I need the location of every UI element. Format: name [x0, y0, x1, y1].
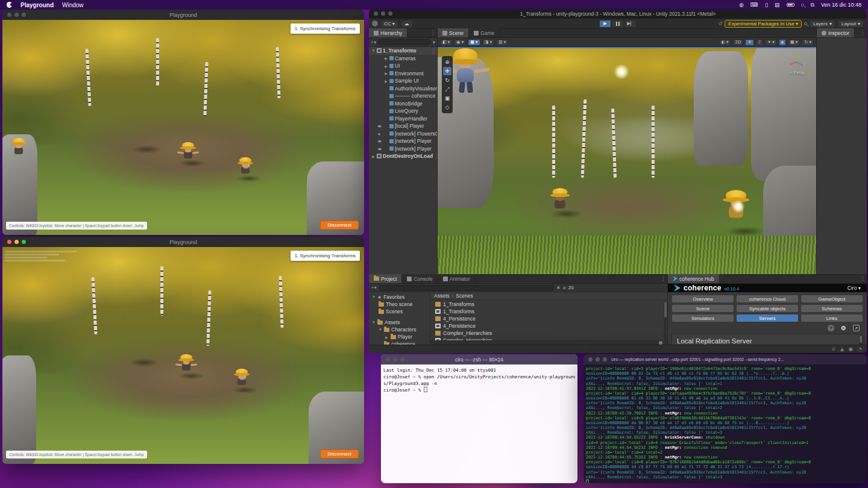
- panel-menu-icon[interactable]: ⋮: [860, 30, 865, 36]
- breadcrumb-assets[interactable]: Assets: [434, 293, 450, 299]
- hidden-objects-icon[interactable]: ⌀: [779, 39, 786, 46]
- step-button[interactable]: ▶▏: [624, 20, 637, 28]
- panel-menu-icon[interactable]: ⋮: [661, 276, 665, 281]
- keyboard-icon[interactable]: ⌨: [750, 2, 758, 8]
- hub-button[interactable]: Schemas: [801, 305, 863, 312]
- zoom-button[interactable]: [22, 240, 26, 244]
- hierarchy-row[interactable]: ◀▶ [network] Player: [369, 145, 437, 153]
- apple-menu-icon[interactable]: [7, 2, 12, 8]
- pause-button[interactable]: [612, 20, 624, 28]
- transform-tool-icon[interactable]: ◇: [443, 103, 451, 111]
- account-avatar-icon[interactable]: [372, 20, 378, 27]
- hierarchy-row[interactable]: PlayerHandler: [369, 115, 437, 123]
- hierarchy-row[interactable]: MonoBridge: [369, 100, 437, 108]
- unity-title-bar[interactable]: 1_Transforms - unity-playground-3 - Wind…: [369, 8, 867, 19]
- hierarchy-row-dontdestroy[interactable]: ▶ DontDestroyOnLoad ⋮: [369, 152, 437, 160]
- tab-animator[interactable]: Animator: [438, 274, 476, 283]
- zoom-button[interactable]: [400, 357, 404, 361]
- grid-dropdown[interactable]: ▦ ▾: [788, 39, 800, 46]
- project-search-input[interactable]: [379, 285, 554, 291]
- folder-row[interactable]: ▶ Player: [369, 333, 430, 340]
- favorite-item[interactable]: Theo scene: [369, 301, 430, 308]
- hierarchy-row[interactable]: ▶ UI: [369, 62, 437, 70]
- favorites-filter-icon[interactable]: ★: [556, 285, 561, 290]
- menu-app-name[interactable]: Playground: [20, 2, 54, 8]
- tab-console[interactable]: Console: [402, 274, 438, 283]
- account-dropdown[interactable]: Ciro ▾: [848, 285, 861, 291]
- hub-button[interactable]: Syncable objects: [737, 305, 798, 312]
- scene-viewport[interactable]: ⊕ ✚ ↻ ⤢ ▣ ◇ < Persp: [438, 47, 816, 274]
- menu-clock[interactable]: Ven 16 dic 10:48: [821, 2, 861, 8]
- help-icon[interactable]: ?: [828, 325, 834, 331]
- row-menu-icon[interactable]: ⋮: [431, 48, 438, 54]
- hierarchy-row[interactable]: AuthorityVisualiser: [369, 85, 437, 93]
- minimize-button[interactable]: [393, 357, 397, 361]
- folder-row[interactable]: coherence: [369, 340, 430, 345]
- file-row[interactable]: 4_Persistence: [435, 315, 667, 322]
- window-title-bar[interactable]: Playground: [2, 237, 364, 247]
- control-center-icon[interactable]: ⧉: [811, 2, 814, 8]
- play-button[interactable]: ▶: [599, 20, 611, 28]
- rect-tool-icon[interactable]: ▣: [443, 94, 451, 102]
- minimize-button[interactable]: [14, 13, 19, 17]
- files-scrollbar[interactable]: [664, 301, 667, 340]
- console-error-icon[interactable]: ⊘: [831, 346, 835, 352]
- close-button[interactable]: [7, 13, 11, 17]
- metrics-dropdown[interactable]: ▥ ▾: [496, 39, 508, 46]
- move-tool-icon[interactable]: ✚: [443, 67, 451, 75]
- zoom-button[interactable]: [388, 11, 392, 16]
- rotate-tool-icon[interactable]: ↻: [443, 76, 451, 84]
- tab-game[interactable]: Game: [469, 28, 500, 37]
- hierarchy-row-scene[interactable]: ▼ 1_Transforms ⋮: [369, 47, 437, 55]
- hub-button[interactable]: GameObject: [801, 295, 863, 302]
- minimize-button[interactable]: [14, 240, 19, 244]
- experimental-packages-dropdown[interactable]: Experimental Packages In Use ▾: [725, 20, 802, 28]
- hierarchy-row[interactable]: ◀▶ [local] Player: [369, 122, 437, 130]
- bluetooth-icon[interactable]: ▯: [765, 2, 768, 8]
- favorites-header[interactable]: ▼★ Favorites: [369, 293, 430, 301]
- hidden-count-icon[interactable]: ⌀: [563, 285, 566, 290]
- component-dropdown[interactable]: ↻ ▾: [802, 39, 814, 46]
- favorite-item[interactable]: Scenes: [369, 308, 430, 315]
- hub-button[interactable]: Scene: [672, 305, 734, 312]
- row-menu-icon[interactable]: ⋮: [434, 153, 437, 159]
- window-title-bar[interactable]: Playground: [2, 10, 364, 20]
- persp-label[interactable]: < Persp: [787, 70, 808, 75]
- minimize-button[interactable]: [381, 11, 385, 16]
- tab-inspector[interactable]: Inspector: [817, 28, 855, 37]
- terminal-content[interactable]: project-id='local' cid=3 playerID='198be…: [583, 364, 867, 483]
- tab-project[interactable]: Project: [369, 274, 402, 283]
- spotlight-search-icon[interactable]: [801, 2, 804, 8]
- display-icon[interactable]: ◍: [739, 2, 744, 8]
- tab-scene[interactable]: Scene: [438, 28, 469, 37]
- render-mode-dropdown[interactable]: ◐ ▾: [719, 39, 731, 46]
- account-dropdown[interactable]: CC ▾: [380, 20, 398, 28]
- hierarchy-row[interactable]: LiveQuery: [369, 107, 437, 115]
- hierarchy-row[interactable]: ◀ [network] FlowersCo: [369, 130, 437, 138]
- effects-dropdown[interactable]: ✦ ▾: [765, 39, 777, 46]
- hierarchy-row[interactable]: ▶ Cameras: [369, 55, 437, 63]
- breadcrumb-scenes[interactable]: Scenes: [456, 293, 473, 299]
- shaded-dropdown[interactable]: ▦ ▾: [468, 39, 480, 46]
- layers-dropdown[interactable]: Layers ▾: [810, 20, 835, 28]
- close-button[interactable]: [7, 240, 11, 244]
- filter-icon[interactable]: ▾: [433, 39, 435, 45]
- disconnect-button[interactable]: Disconnect: [320, 221, 359, 230]
- orientation-gizmo[interactable]: < Persp: [787, 54, 808, 75]
- progress-spinner-icon[interactable]: ◔: [858, 346, 862, 352]
- battery-icon[interactable]: [787, 3, 794, 7]
- undo-history-icon[interactable]: ↺: [719, 21, 723, 27]
- terminal-title-bar[interactable]: ciro — -zsh — 80×24: [381, 354, 577, 364]
- hierarchy-row[interactable]: ▶ Sample UI: [369, 77, 437, 85]
- draw-mode-dropdown[interactable]: ◧ ▾: [440, 39, 452, 46]
- hub-button[interactable]: coherence Cloud: [737, 295, 798, 302]
- debug-dropdown[interactable]: ◨ ▾: [482, 39, 494, 46]
- hierarchy-search-input[interactable]: [378, 39, 430, 45]
- camera-dropdown[interactable]: ◉ ▾: [454, 39, 466, 46]
- search-icon[interactable]: [804, 21, 807, 27]
- hub-button[interactable]: Overview: [672, 295, 734, 302]
- hub-button[interactable]: Simulators: [672, 314, 734, 322]
- hierarchy-row[interactable]: --------- coherence: [369, 92, 437, 100]
- folder-row[interactable]: ▼ Characters: [369, 326, 430, 333]
- zoom-button[interactable]: [22, 13, 26, 17]
